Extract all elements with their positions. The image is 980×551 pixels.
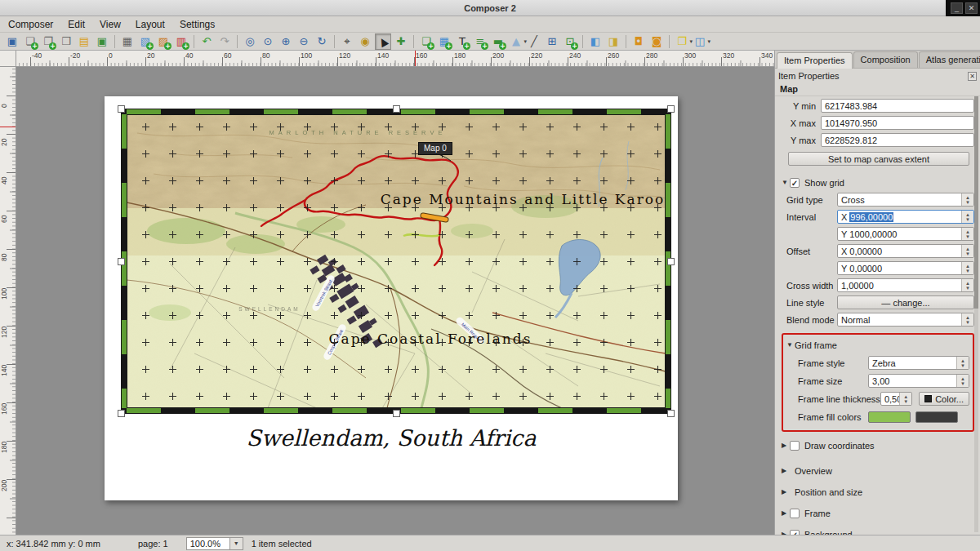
- section-overview[interactable]: ▶Overview: [782, 464, 974, 478]
- frame-color-button[interactable]: Color...: [919, 392, 969, 406]
- zoom-in-icon[interactable]: ⊕: [278, 33, 294, 50]
- ungroup-items-icon[interactable]: ◨: [605, 33, 621, 50]
- zoom-tool-icon[interactable]: ◉: [357, 33, 373, 50]
- spinner-buttons[interactable]: ▲▼: [961, 193, 973, 206]
- menu-settings[interactable]: Settings: [180, 19, 215, 30]
- frame-fill-color-2-button[interactable]: [915, 411, 958, 423]
- selection-handle[interactable]: [667, 258, 675, 265]
- close-button[interactable]: ✕: [965, 2, 978, 14]
- add-new-map-icon[interactable]: ❏+: [418, 33, 434, 50]
- unlock-all-items-icon[interactable]: ◙: [648, 33, 665, 50]
- new-composition-icon[interactable]: ❏+: [22, 33, 38, 50]
- grid-frame-collapse-icon[interactable]: ▼: [786, 341, 795, 349]
- menu-edit[interactable]: Edit: [68, 19, 85, 30]
- collapse-icon[interactable]: ▶: [782, 467, 790, 474]
- blend-mode-combo[interactable]: Normal ▲▼: [837, 313, 974, 327]
- spinner-buttons[interactable]: ▲▼: [961, 313, 973, 326]
- save-project-icon[interactable]: ▣: [4, 33, 20, 50]
- cross-width-input[interactable]: 1,00000 ▲▼: [837, 278, 974, 292]
- spinner-buttons[interactable]: ▲▼: [956, 375, 969, 387]
- composition-title-label[interactable]: Swellendam, South Africa: [105, 425, 678, 451]
- add-shape-icon[interactable]: ▲▾: [508, 33, 524, 50]
- print-icon[interactable]: ▦: [119, 33, 136, 50]
- draw-coordinates-checkbox[interactable]: [790, 441, 800, 451]
- zoom-actual-size-icon[interactable]: ⊙: [260, 33, 276, 50]
- add-html-frame-icon[interactable]: ⊡+: [562, 33, 578, 50]
- export-as-pdf-icon[interactable]: ▥+: [173, 33, 189, 50]
- offset-x-input[interactable]: X0,00000 ▲▼: [837, 244, 974, 258]
- refresh-view-icon[interactable]: ↻: [314, 33, 330, 50]
- duplicate-composition-icon[interactable]: ❐+: [40, 33, 56, 50]
- set-to-map-canvas-extent-button[interactable]: Set to map canvas extent: [788, 152, 969, 166]
- select-move-item-icon[interactable]: ▲: [375, 33, 391, 50]
- selection-handle[interactable]: [118, 105, 125, 113]
- tab-atlas-generation[interactable]: Atlas generation: [919, 51, 980, 68]
- tab-composition[interactable]: Composition: [853, 51, 918, 68]
- line-style-change-button[interactable]: — change...: [837, 295, 974, 309]
- add-attribute-table-icon[interactable]: ⊞: [544, 33, 560, 50]
- composition-page[interactable]: Voortrek Straat Cooper Straat Main Road …: [105, 96, 678, 500]
- composer-manager-icon[interactable]: ❒: [58, 33, 74, 50]
- spinner-buttons[interactable]: ▲▼: [899, 393, 911, 405]
- y-min-input[interactable]: 6217483.984: [821, 99, 974, 113]
- selection-handle[interactable]: [393, 105, 400, 113]
- frame-line-thickness-input[interactable]: 0,50 ▲▼: [880, 392, 912, 406]
- menu-layout[interactable]: Layout: [136, 19, 165, 30]
- zoom-level-combo[interactable]: 100.0% ▼: [186, 537, 243, 550]
- frame-size-input[interactable]: 3,00 ▲▼: [868, 374, 969, 388]
- x-max-input[interactable]: 1014970.950: [821, 116, 974, 130]
- zoom-level-value[interactable]: 100.0%: [186, 537, 230, 550]
- export-as-svg-icon[interactable]: ▨+: [155, 33, 172, 50]
- offset-y-input[interactable]: Y0,00000 ▲▼: [837, 261, 974, 275]
- add-label-icon[interactable]: T+: [454, 33, 470, 50]
- interval-y-input[interactable]: Y1000,00000 ▲▼: [837, 227, 974, 241]
- collapse-icon[interactable]: ▶: [782, 488, 790, 495]
- undo-icon[interactable]: ↶: [198, 33, 215, 50]
- interval-x-input[interactable]: X996,00000 ▲▼: [837, 210, 974, 224]
- panel-scrollbar[interactable]: [974, 96, 978, 532]
- tab-item-properties[interactable]: Item Properties: [777, 52, 853, 69]
- selection-handle[interactable]: [118, 258, 125, 265]
- frame-fill-color-1-button[interactable]: [868, 411, 911, 423]
- pan-icon[interactable]: ⌖: [339, 33, 355, 50]
- draw-coordinates-collapse-icon[interactable]: ▶: [782, 442, 790, 449]
- zoom-out-icon[interactable]: ⊖: [296, 33, 312, 50]
- selection-handle[interactable]: [667, 410, 675, 417]
- section-background[interactable]: ▶✓Background: [782, 527, 974, 535]
- spinner-buttons[interactable]: ▲▼: [961, 211, 973, 223]
- spinner-buttons[interactable]: ▲▼: [961, 279, 973, 291]
- add-image-icon[interactable]: ▦+: [436, 33, 452, 50]
- add-arrow-icon[interactable]: ╱: [526, 33, 542, 50]
- group-items-icon[interactable]: ◧: [587, 33, 604, 50]
- menu-view[interactable]: View: [100, 19, 121, 30]
- show-grid-collapse-icon[interactable]: ▼: [782, 179, 790, 186]
- section-frame-checkbox[interactable]: [790, 509, 800, 518]
- panel-close-icon[interactable]: ✕: [968, 72, 977, 81]
- spinner-buttons[interactable]: ▲▼: [961, 245, 973, 257]
- selection-handle[interactable]: [118, 410, 125, 417]
- add-legend-icon[interactable]: ≡+: [472, 33, 488, 50]
- redo-icon[interactable]: ↷: [216, 33, 233, 50]
- selection-handle[interactable]: [393, 410, 400, 417]
- load-from-template-icon[interactable]: ▤: [76, 33, 92, 50]
- selection-handle[interactable]: [667, 105, 675, 113]
- section-frame[interactable]: ▶Frame: [782, 506, 974, 520]
- zoom-dropdown-icon[interactable]: ▼: [230, 537, 243, 550]
- lock-selected-items-icon[interactable]: ◘: [630, 33, 647, 50]
- spinner-buttons[interactable]: ▲▼: [961, 228, 973, 240]
- move-item-content-icon[interactable]: ✚: [393, 33, 409, 50]
- menu-composer[interactable]: Composer: [8, 19, 53, 30]
- spinner-buttons[interactable]: ▲▼: [961, 262, 973, 274]
- add-scalebar-icon[interactable]: ▬+: [490, 33, 506, 50]
- collapse-icon[interactable]: ▶: [782, 509, 790, 517]
- frame-style-combo[interactable]: Zebra ▲▼: [868, 356, 969, 370]
- panel-scrollbar-thumb[interactable]: [974, 96, 978, 309]
- export-as-image-icon[interactable]: ▧+: [137, 33, 154, 50]
- spinner-buttons[interactable]: ▲▼: [956, 357, 969, 369]
- raise-selected-items-icon[interactable]: ❐▾: [674, 33, 690, 50]
- zoom-full-icon[interactable]: ◎: [242, 33, 258, 50]
- composition-canvas[interactable]: Voortrek Straat Cooper Straat Main Road …: [16, 67, 774, 535]
- show-grid-checkbox[interactable]: ✓: [790, 178, 800, 188]
- minimize-button[interactable]: _: [951, 2, 963, 14]
- align-items-icon[interactable]: ◫▾: [692, 33, 708, 50]
